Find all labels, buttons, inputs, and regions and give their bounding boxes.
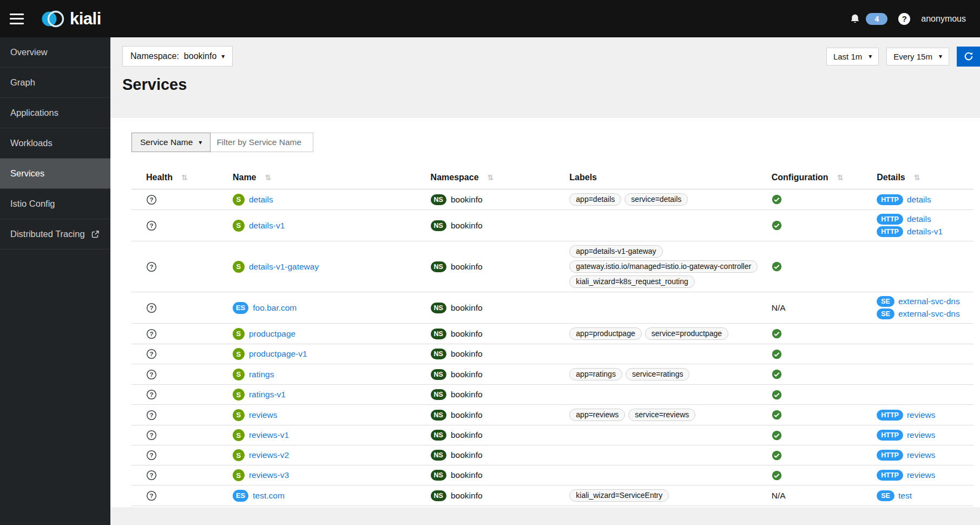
- sidebar-item-label: Istio Config: [10, 199, 55, 209]
- configuration-cell: [767, 385, 873, 405]
- filter-field-select[interactable]: Service Name ▾: [131, 133, 211, 152]
- labels-cell: [565, 465, 767, 485]
- name-cell: S ratings-v1: [228, 385, 426, 405]
- detail-link[interactable]: external-svc-dns: [898, 309, 960, 319]
- filter-field-label: Service Name: [140, 137, 193, 147]
- column-header-configuration: Configuration⇅: [767, 166, 873, 189]
- service-name-link[interactable]: reviews: [249, 410, 278, 420]
- configuration-cell: [767, 344, 873, 364]
- detail-entry: HTTPreviews: [877, 410, 935, 421]
- main-content: Namespace: bookinfo ▾ Last 1m ▾ Every 15…: [110, 37, 980, 525]
- name-cell: S reviews-v2: [228, 445, 426, 465]
- namespace-badge: NS: [431, 410, 446, 421]
- sidebar-item-graph[interactable]: Graph: [0, 68, 110, 98]
- labels-list: app=details-v1-gatewaygateway.istio.io/m…: [569, 245, 762, 288]
- service-type-badge: ES: [233, 302, 248, 314]
- service-name-link[interactable]: test.com: [253, 491, 285, 501]
- service-name-link[interactable]: reviews-v1: [249, 430, 289, 440]
- service-type-badge: S: [233, 409, 245, 421]
- notification-count-badge[interactable]: 4: [866, 13, 887, 25]
- column-label: Configuration: [772, 173, 828, 182]
- sidebar-item-applications[interactable]: Applications: [0, 98, 110, 128]
- configuration-na-text: N/A: [772, 491, 786, 500]
- labels-cell: app=ratingsservice=ratings: [565, 364, 767, 385]
- service-name-link[interactable]: ratings: [249, 370, 274, 379]
- sort-icon[interactable]: ⇅: [837, 173, 844, 182]
- duration-select[interactable]: Last 1m ▾: [826, 48, 879, 65]
- health-cell: ?: [131, 405, 228, 425]
- label-pill: kiali_wizard=k8s_request_routing: [569, 275, 694, 288]
- sort-icon[interactable]: ⇅: [914, 173, 920, 182]
- service-name-link[interactable]: reviews-v2: [249, 450, 289, 460]
- namespace-cell: NS bookinfo: [426, 189, 565, 210]
- sidebar-item-distributed-tracing[interactable]: Distributed Tracing: [0, 219, 110, 250]
- service-name-link[interactable]: details-v1: [249, 221, 285, 231]
- service-type-badge: S: [233, 389, 245, 401]
- service-name-link[interactable]: foo.bar.com: [253, 303, 297, 313]
- sort-icon[interactable]: ⇅: [488, 173, 494, 182]
- service-type-badge: ES: [233, 490, 248, 502]
- detail-link[interactable]: details-v1: [907, 227, 943, 237]
- configuration-cell: N/A: [767, 485, 873, 506]
- detail-type-badge: HTTP: [877, 450, 903, 461]
- svg-text:?: ?: [150, 263, 154, 270]
- detail-link[interactable]: external-svc-dns: [898, 297, 960, 306]
- sidebar: Overview Graph Applications Workloads Se…: [0, 37, 110, 525]
- namespace-cell: NS bookinfo: [426, 425, 565, 445]
- service-name-link[interactable]: productpage-v1: [249, 349, 307, 359]
- detail-link[interactable]: reviews: [907, 410, 936, 420]
- service-type-badge: S: [233, 469, 245, 481]
- notifications-button[interactable]: 4: [850, 13, 887, 25]
- sidebar-item-workloads[interactable]: Workloads: [0, 128, 110, 159]
- details-cell: SEexternal-svc-dnsSEexternal-svc-dns: [872, 292, 974, 324]
- sidebar-item-overview[interactable]: Overview: [0, 37, 110, 68]
- namespace-cell: NS bookinfo: [426, 241, 565, 292]
- detail-link[interactable]: details: [907, 214, 931, 224]
- namespace-cell: NS bookinfo: [426, 445, 565, 465]
- detail-link[interactable]: reviews: [907, 450, 936, 460]
- username[interactable]: anonymous: [921, 14, 966, 24]
- detail-type-badge: SE: [877, 490, 895, 501]
- svg-text:?: ?: [150, 304, 154, 311]
- health-cell: ?: [131, 425, 228, 445]
- table-row: ? S details NS bookinfo app=detailsservi…: [131, 189, 974, 210]
- service-name-link[interactable]: reviews-v3: [249, 470, 289, 480]
- namespace-badge: NS: [431, 194, 446, 205]
- label-pill: service=ratings: [626, 368, 690, 380]
- detail-entry: HTTPdetails-v1: [877, 226, 943, 237]
- refresh-interval-select[interactable]: Every 15m ▾: [886, 48, 949, 65]
- sidebar-item-istio-config[interactable]: Istio Config: [0, 189, 110, 219]
- configuration-valid-icon: [772, 261, 869, 272]
- help-icon[interactable]: ?: [898, 13, 910, 25]
- name-cell: S productpage-v1: [228, 344, 426, 364]
- health-unknown-icon: ?: [146, 389, 157, 400]
- name-cell: S reviews-v3: [228, 465, 426, 485]
- service-name-link[interactable]: details: [249, 195, 273, 205]
- detail-type-badge: HTTP: [877, 410, 903, 421]
- namespace-badge: NS: [431, 261, 446, 272]
- labels-cell: [565, 292, 767, 324]
- service-name-link[interactable]: ratings-v1: [249, 390, 286, 399]
- name-cell: ES foo.bar.com: [228, 292, 426, 324]
- detail-link[interactable]: test: [898, 491, 912, 501]
- namespace-select[interactable]: Namespace: bookinfo ▾: [122, 46, 233, 67]
- sort-icon[interactable]: ⇅: [181, 173, 188, 182]
- details-cell: SEtest: [872, 485, 974, 506]
- detail-link[interactable]: reviews: [907, 470, 936, 480]
- refresh-button[interactable]: [957, 47, 980, 67]
- sort-icon[interactable]: ⇅: [265, 173, 272, 182]
- name-cell: S details-v1: [228, 210, 426, 241]
- configuration-cell: N/A: [767, 292, 873, 324]
- namespace-badge: NS: [431, 430, 446, 441]
- details-list: HTTPdetailsHTTPdetails-v1: [877, 214, 969, 237]
- detail-link[interactable]: details: [907, 195, 931, 205]
- filter-input[interactable]: [211, 133, 313, 152]
- service-type-badge: S: [233, 369, 245, 380]
- sidebar-item-services[interactable]: Services: [0, 159, 110, 189]
- service-name-link[interactable]: details-v1-gateway: [249, 262, 319, 272]
- menu-toggle-button[interactable]: [10, 14, 24, 24]
- masthead-right: 4 ? anonymous: [850, 13, 966, 25]
- service-name-link[interactable]: productpage: [249, 329, 295, 339]
- detail-link[interactable]: reviews: [907, 430, 936, 440]
- namespace-badge: NS: [431, 389, 446, 400]
